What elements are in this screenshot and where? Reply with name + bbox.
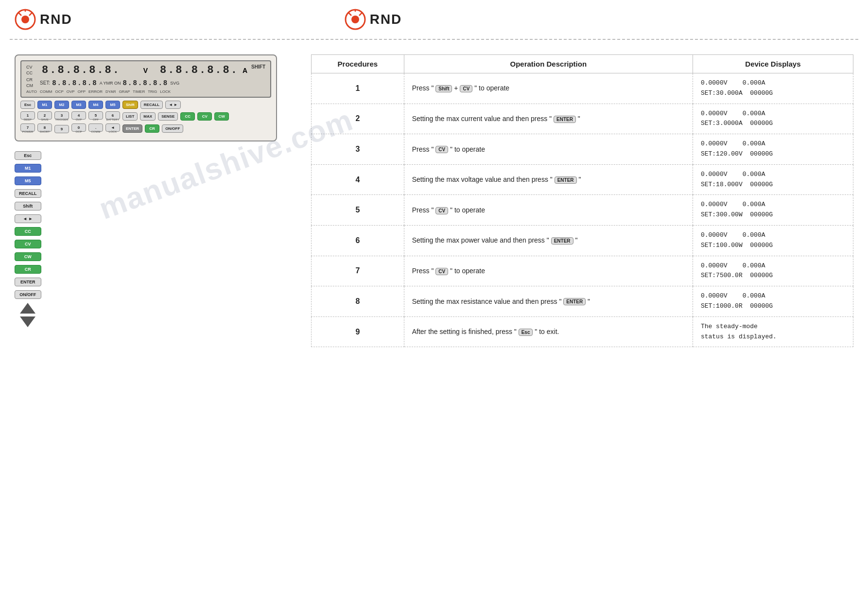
arrow-down-icon[interactable]	[20, 316, 35, 327]
logo-right: RND	[345, 9, 402, 30]
row-disp-1: 0.0000V 0.000ASET:30.000A 00000G	[693, 73, 853, 104]
top-bar: RND RND	[0, 0, 868, 39]
btn-sense[interactable]: SENSE	[158, 112, 178, 121]
table-row: 4 Setting the max voltage value and then…	[312, 164, 853, 195]
btn-col-sense: SENSE	[158, 112, 178, 121]
svg-point-6	[351, 16, 359, 23]
enter-inline-btn-2: ENTER	[554, 116, 576, 123]
standalone-cv[interactable]: CV	[15, 240, 41, 248]
row-num-8: 8	[312, 286, 404, 317]
display-row1: CV CC 8.8.8.8.8. V 8.8.8.8.8. A SHIFT	[26, 64, 265, 76]
svg-line-7	[348, 13, 351, 16]
row-op-2: Setting the max current value and then p…	[404, 104, 693, 134]
recall-button[interactable]: RECALL	[140, 101, 163, 109]
table-row: 3 Press " CV " to operate 0.0000V 0.000A…	[312, 134, 853, 165]
logo-right-text: RND	[370, 12, 402, 27]
btn-5-sub: OFF	[93, 118, 99, 121]
btn-0-sub: OCP	[75, 130, 82, 133]
row-num-7: 7	[312, 256, 404, 286]
svg-line-2	[18, 13, 21, 16]
btn-9[interactable]: 9	[54, 125, 69, 133]
enter-inline-btn-8: ENTER	[563, 298, 586, 305]
onoff-button[interactable]: ON/OFF	[162, 124, 183, 133]
procedure-table: Procedures Operation Description Device …	[311, 54, 853, 347]
left-icon-col: Esc M1 M5 RECALL Shift ◄ ► CC CV CW CR E…	[15, 151, 41, 327]
btn-1-sub: BEEP	[24, 118, 32, 121]
standalone-area: Esc M1 M5 RECALL Shift ◄ ► CC CV CW CR E…	[15, 151, 296, 327]
rnd-logo-left-icon	[15, 9, 36, 30]
m3-button[interactable]: M3	[71, 101, 86, 109]
row-num-2: 2	[312, 104, 404, 134]
btn-max[interactable]: MAX	[140, 112, 156, 121]
row-op-7: Press " CV " to operate	[404, 256, 693, 286]
row-disp-8: 0.0000V 0.000ASET:1000.0R 00000G	[693, 286, 853, 317]
btn-col-1: 1 BEEP	[20, 111, 35, 121]
standalone-enter[interactable]: ENTER	[15, 278, 41, 286]
enter-button[interactable]: ENTER	[122, 124, 142, 133]
btn-col-left: ◄ LOCK	[105, 123, 120, 133]
arrow-up-icon[interactable]	[20, 303, 35, 314]
standalone-shift[interactable]: Shift	[15, 202, 41, 211]
btn-col-list: LIST	[122, 112, 138, 121]
esc-inline-btn-9: Esc	[519, 329, 533, 336]
standalone-esc[interactable]: Esc	[15, 151, 41, 160]
shift-button[interactable]: Shift	[122, 101, 138, 109]
cv-inline-btn-7: CV	[435, 268, 448, 275]
btn-7-sub: POWER	[22, 130, 34, 133]
cw-button[interactable]: CW	[214, 112, 229, 121]
standalone-cr[interactable]: CR	[15, 265, 41, 274]
btn-2-sub: SAVE	[41, 118, 49, 121]
cv-button[interactable]: CV	[197, 112, 212, 121]
row-op-4: Setting the max voltage value and then p…	[404, 164, 693, 195]
btn-col-9: 9	[54, 125, 69, 132]
set-suffix2: SVG	[170, 81, 179, 86]
main-content: manualshive.com CV CC 8.8.8.8.8. V 8.8.8…	[0, 40, 868, 357]
table-row: 9 After the setting is finished, press "…	[312, 316, 853, 347]
row-num-1: 1	[312, 73, 404, 104]
row-op-1: Press " Shift + CV " to operate	[404, 73, 693, 104]
cc-button[interactable]: CC	[180, 112, 195, 121]
cv-inline-btn-3: CV	[435, 146, 448, 153]
display-unit1: V	[143, 67, 148, 74]
set-suffix1: A YMR ON	[100, 81, 121, 86]
button-row-3: 7 POWER 8 SHORT 9 0 OCP . COMM	[20, 123, 271, 133]
header-operation: Operation Description	[404, 55, 693, 73]
row-num-6: 6	[312, 225, 404, 256]
cr-button[interactable]: CR	[145, 124, 159, 133]
row-num-3: 3	[312, 134, 404, 165]
svg-line-8	[359, 13, 362, 16]
row-disp-2: 0.0000V 0.000ASET:3.0000A 00000G	[693, 104, 853, 134]
table-row: 1 Press " Shift + CV " to operate 0.0000…	[312, 73, 853, 104]
esc-button[interactable]: Esc	[20, 101, 35, 109]
btn-8-sub: SHORT	[40, 130, 50, 133]
row-disp-5: 0.0000V 0.000ASET:300.00W 00000G	[693, 195, 853, 226]
lr-button[interactable]: ◄ ►	[165, 101, 181, 109]
display-row2: CR CM SET: 8.8.8.8.8 A YMR ON 8.8.8.8.8 …	[26, 77, 265, 88]
btn-col-0: 0 OCP	[71, 123, 86, 133]
standalone-m5[interactable]: M5	[15, 176, 41, 185]
standalone-onoff[interactable]: ON/OFF	[15, 290, 41, 299]
m5-button[interactable]: M5	[105, 101, 120, 109]
standalone-lr[interactable]: ◄ ►	[15, 214, 41, 223]
table-row: 5 Press " CV " to operate 0.0000V 0.000A…	[312, 195, 853, 226]
display-unit2: A	[243, 67, 247, 74]
table-row: 6 Setting the max power value and then p…	[312, 225, 853, 256]
m2-button[interactable]: M2	[54, 101, 69, 109]
btn-list[interactable]: LIST	[122, 112, 138, 121]
display-digits1: 8.8.8.8.8.	[42, 64, 139, 76]
btn-6-sub: BATTERY	[106, 118, 119, 121]
button-row-2: 1 BEEP 2 SAVE 3 TRIGGER 4 OVP 5 OFF	[20, 111, 271, 121]
enter-inline-btn-4: ENTER	[555, 176, 577, 184]
btn-col-4: 4 OVP	[71, 111, 86, 121]
standalone-cc[interactable]: CC	[15, 227, 41, 236]
standalone-recall[interactable]: RECALL	[15, 189, 41, 198]
row-num-9: 9	[312, 316, 404, 347]
btn-dot-sub: COMM	[91, 130, 101, 133]
status-row: AUTO COMM OCP OVP OFP ERROR DYAR GRAP TI…	[26, 89, 265, 94]
m1-button[interactable]: M1	[37, 101, 52, 109]
device-illustration: CV CC 8.8.8.8.8. V 8.8.8.8.8. A SHIFT CR…	[15, 54, 277, 141]
row-op-3: Press " CV " to operate	[404, 134, 693, 165]
m4-button[interactable]: M4	[88, 101, 103, 109]
standalone-m1[interactable]: M1	[15, 164, 41, 173]
standalone-cw[interactable]: CW	[15, 252, 41, 261]
